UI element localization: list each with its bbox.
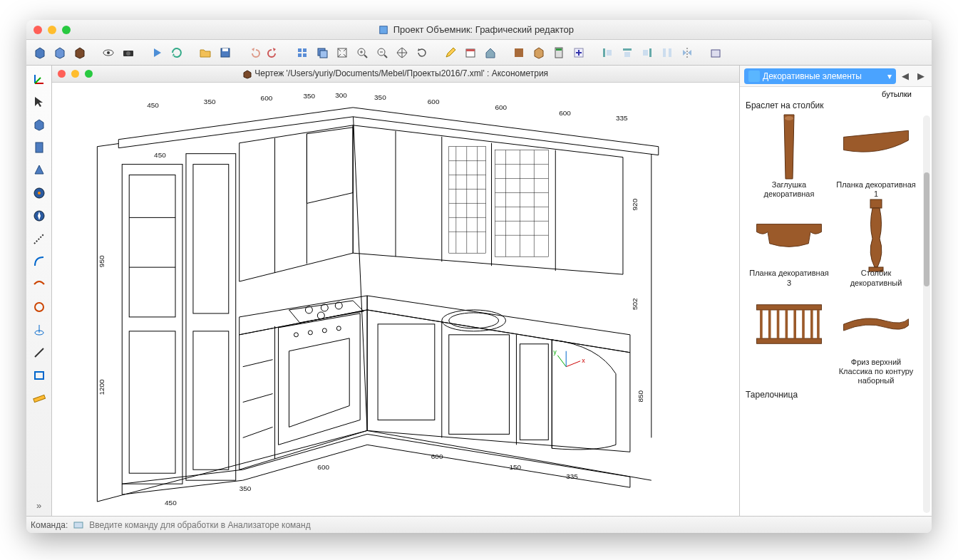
svg-text:335: 335	[566, 472, 578, 480]
layers-icon[interactable]	[313, 43, 331, 62]
camera-icon[interactable]	[119, 43, 138, 62]
minimize-button[interactable]	[48, 26, 56, 34]
svg-marker-1	[36, 48, 44, 58]
doc-window-controls	[58, 70, 93, 78]
svg-rect-34	[556, 48, 562, 51]
svg-rect-82	[193, 165, 229, 313]
revolve-tool-icon[interactable]	[30, 321, 48, 339]
redo-icon[interactable]	[264, 43, 283, 62]
svg-point-121	[449, 313, 499, 328]
svg-rect-171	[757, 304, 822, 309]
window-controls	[34, 26, 71, 34]
doc-zoom-button[interactable]	[85, 70, 93, 78]
svg-line-132	[243, 427, 273, 437]
document-icon	[242, 69, 252, 79]
svg-rect-31	[515, 48, 523, 57]
library-item[interactable]: Планка декоративная 3	[747, 203, 831, 287]
arc-tool-icon[interactable]	[30, 252, 48, 271]
drawing-canvas[interactable]: 450 350 600 350 300 350 600 600 600 335 …	[52, 83, 739, 516]
doc-minimize-button[interactable]	[71, 70, 79, 78]
close-button[interactable]	[34, 26, 42, 34]
category-select[interactable]: Декоративные элементы ▾	[744, 68, 896, 84]
app-icon	[378, 25, 388, 35]
measure-tool-icon[interactable]	[30, 389, 48, 408]
eye-icon[interactable]	[99, 43, 118, 62]
distribute-icon[interactable]	[658, 43, 676, 62]
calculator-icon[interactable]	[550, 43, 568, 62]
expand-toolbar-icon[interactable]: »	[30, 499, 48, 512]
rotate-icon[interactable]	[413, 43, 431, 62]
svg-rect-39	[607, 50, 612, 56]
undo-icon[interactable]	[244, 43, 263, 62]
svg-point-116	[305, 306, 312, 313]
zoom-in-icon[interactable]	[353, 43, 371, 62]
svg-rect-67	[33, 395, 45, 402]
command-bar: Команда:	[26, 516, 932, 533]
refresh-icon[interactable]	[168, 43, 186, 62]
align-top-icon[interactable]	[618, 43, 637, 62]
app-title: Проект Объемник: Графический редактор	[76, 24, 876, 36]
svg-text:920: 920	[631, 198, 639, 210]
align-right-icon[interactable]	[638, 43, 656, 62]
pointer-tool-icon[interactable]	[30, 93, 48, 111]
cone-tool-icon[interactable]	[30, 161, 48, 180]
circle-tool-icon[interactable]	[30, 298, 48, 316]
svg-rect-93	[449, 147, 486, 254]
doc-close-button[interactable]	[58, 70, 66, 78]
compass-tool-icon[interactable]	[30, 184, 48, 202]
arc2-tool-icon[interactable]	[30, 275, 48, 294]
library-item[interactable]: Заглушка декоративная	[747, 115, 831, 199]
cube-view-1-icon[interactable]	[31, 43, 49, 62]
svg-point-127	[308, 331, 312, 335]
svg-text:600: 600	[261, 94, 273, 102]
pan-icon[interactable]	[393, 43, 411, 62]
library-item[interactable]: Фриз верхний Классика по контуру наборны…	[834, 292, 918, 386]
export-icon[interactable]	[706, 43, 725, 62]
cube-view-2-icon[interactable]	[51, 43, 69, 62]
mirror-icon[interactable]	[678, 43, 696, 62]
cube-wood-icon[interactable]	[71, 43, 89, 62]
svg-marker-48	[688, 50, 691, 56]
library-item[interactable]: Столбик декоративный	[834, 203, 918, 287]
pencil-icon[interactable]	[441, 43, 460, 62]
library-item[interactable]: Планка декоративная 1	[834, 115, 918, 199]
panel-tool-icon[interactable]	[30, 138, 48, 157]
calendar-icon[interactable]	[461, 43, 480, 62]
nav-prev-icon[interactable]: ◀	[899, 70, 912, 83]
svg-text:x: x	[582, 357, 585, 364]
line-tool-icon[interactable]	[30, 343, 48, 362]
plus-icon[interactable]	[570, 43, 588, 62]
command-input[interactable]	[89, 519, 927, 532]
play-icon[interactable]	[148, 43, 166, 62]
assembly-icon[interactable]	[530, 43, 548, 62]
materials-icon[interactable]	[510, 43, 528, 62]
house-icon[interactable]	[481, 43, 500, 62]
fit-screen-icon[interactable]	[333, 43, 351, 62]
kitchen-drawing: 450 350 600 350 300 350 600 600 600 335 …	[52, 83, 739, 516]
svg-marker-32	[535, 48, 543, 58]
svg-point-126	[294, 333, 298, 337]
zoom-out-icon[interactable]	[373, 43, 391, 62]
svg-marker-87	[307, 128, 353, 204]
nav-next-icon[interactable]: ▶	[915, 70, 927, 83]
save-icon[interactable]	[216, 43, 235, 62]
grid-icon[interactable]	[293, 43, 311, 62]
library-item[interactable]	[747, 292, 831, 386]
zoom-button[interactable]	[62, 26, 71, 34]
align-left-icon[interactable]	[598, 43, 617, 62]
compass2-tool-icon[interactable]	[30, 207, 48, 225]
left-toolbar: »	[26, 66, 52, 516]
svg-marker-47	[683, 50, 686, 56]
scrollbar[interactable]	[923, 115, 930, 513]
svg-rect-45	[669, 48, 671, 57]
svg-line-164	[557, 356, 566, 367]
svg-text:350: 350	[240, 484, 252, 492]
rect-tool-icon[interactable]	[30, 366, 48, 385]
svg-text:350: 350	[374, 93, 386, 101]
open-icon[interactable]	[196, 43, 215, 62]
svg-line-131	[243, 394, 273, 403]
axis-tool-icon[interactable]	[30, 70, 48, 88]
edge-tool-icon[interactable]	[30, 229, 48, 248]
svg-marker-133	[367, 310, 630, 452]
box-tool-icon[interactable]	[30, 115, 48, 134]
